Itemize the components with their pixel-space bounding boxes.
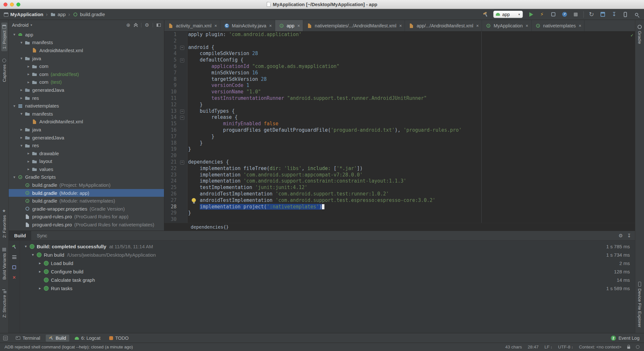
- code-line-18[interactable]: 18 }: [164, 140, 635, 147]
- code-line-8[interactable]: 8 targetSdkVersion 28: [164, 76, 635, 83]
- code-line-19[interactable]: 19}: [164, 146, 635, 153]
- project-tree-item-drawable[interactable]: ▸drawable: [9, 149, 164, 157]
- project-tree-item-build-gradle-module-app[interactable]: build.gradle(Module: app): [9, 189, 164, 197]
- tree-expand-arrow-icon[interactable]: ▸: [25, 159, 32, 164]
- code-line-16[interactable]: 16 proguardFiles getDefaultProguardFile(…: [164, 127, 635, 134]
- code-line-26[interactable]: 26 androidTestImplementation 'com.androi…: [164, 191, 635, 197]
- editor-tab-nativetemplates[interactable]: nativetemplates×: [532, 20, 585, 31]
- code-line-10[interactable]: 10 versionName "1.0": [164, 89, 635, 95]
- build-panel-tab-sync[interactable]: Sync: [31, 231, 53, 240]
- code-line-5[interactable]: 5 defaultConfig {: [164, 57, 635, 63]
- project-tree-item-proguard-rules-pro-proguard-rules-for-nativetemplates[interactable]: proguard-rules.pro(ProGuard Rules for na…: [9, 221, 164, 229]
- tree-expand-arrow-icon[interactable]: ▾: [18, 111, 24, 116]
- project-tree-item-res[interactable]: ▾res: [9, 141, 164, 149]
- project-tree-item-build-gradle-project-myapplication[interactable]: build.gradle(Project: MyApplication): [9, 181, 164, 189]
- tree-expand-arrow-icon[interactable]: ▾: [30, 252, 36, 257]
- code-line-6[interactable]: 6 applicationId "com.google.ads.myapplic…: [164, 63, 635, 70]
- fold-marker-icon[interactable]: [178, 44, 186, 51]
- close-tab-icon[interactable]: ×: [214, 23, 217, 28]
- project-tree-item-manifests[interactable]: ▾manifests: [9, 110, 164, 118]
- status-widget-lf[interactable]: LF↕: [544, 345, 552, 349]
- project-tree-item-proguard-rules-pro-proguard-rules-for-app[interactable]: proguard-rules.pro(ProGuard Rules for ap…: [9, 213, 164, 221]
- tree-expand-arrow-icon[interactable]: ▾: [18, 143, 24, 148]
- tree-expand-arrow-icon[interactable]: ▸: [18, 96, 24, 100]
- project-tree-item-androidmanifest-xml[interactable]: AndroidManifest.xml: [9, 46, 164, 54]
- tree-expand-arrow-icon[interactable]: ▸: [18, 127, 24, 132]
- project-tree-item-build-gradle-module-nativetemplates[interactable]: build.gradle(Module: nativetemplates): [9, 197, 164, 205]
- project-tree-item-androidmanifest-xml[interactable]: AndroidManifest.xml: [9, 118, 164, 126]
- stop-button[interactable]: [572, 11, 579, 18]
- toolwindow-button-6-logcat[interactable]: 6: Logcat: [72, 335, 104, 342]
- code-line-21[interactable]: 21dependencies {: [164, 159, 635, 166]
- project-tree-item-java[interactable]: ▾java: [9, 54, 164, 62]
- close-window-button[interactable]: [4, 3, 7, 6]
- status-widget-context-no-context[interactable]: Context: <no context>: [579, 345, 621, 349]
- toolwindow-switcher-icon[interactable]: [3, 336, 8, 340]
- code-line-25[interactable]: 25 testImplementation 'junit:junit:4.12': [164, 185, 635, 191]
- project-tree-item-gradle-scripts[interactable]: ▾Gradle Scripts: [9, 173, 164, 181]
- editor-tab-myapplication[interactable]: MyApplication×: [482, 20, 531, 31]
- code-line-27[interactable]: 27 androidTestImplementation 'com.androi…: [164, 197, 635, 204]
- tree-expand-arrow-icon[interactable]: ▾: [11, 32, 17, 37]
- tree-expand-arrow-icon[interactable]: ▾: [18, 40, 24, 45]
- editor-tab-nativetemplates-androidmanifest-xml[interactable]: nativetemplates/.../AndroidManifest.xml×: [303, 20, 405, 31]
- tree-expand-arrow-icon[interactable]: ▸: [37, 286, 43, 290]
- code-line-12[interactable]: 12 }: [164, 102, 635, 108]
- tree-expand-arrow-icon[interactable]: ▸: [37, 269, 43, 274]
- sdk-manager-icon[interactable]: ↧: [610, 11, 618, 18]
- project-tree-item-res[interactable]: ▸res: [9, 94, 164, 102]
- tree-expand-arrow-icon[interactable]: ▸: [25, 80, 32, 84]
- project-tree-item-values[interactable]: ▸values: [9, 165, 164, 173]
- project-tree-item-generatedjava[interactable]: ▸generatedJava: [9, 134, 164, 142]
- close-tab-icon[interactable]: ×: [579, 23, 581, 28]
- toolwindow-button-1-project[interactable]: 1: Project: [1, 23, 7, 51]
- run-configuration-select[interactable]: app ▾: [493, 11, 523, 18]
- task-view-icon[interactable]: [11, 264, 17, 270]
- editor-tab-mainactivity-java[interactable]: MainActivity.java×: [220, 20, 275, 31]
- build-settings-gear-icon[interactable]: ⚙: [619, 233, 623, 238]
- editor-tab-app[interactable]: app×: [275, 20, 303, 31]
- locate-file-icon[interactable]: ⊕: [126, 23, 130, 27]
- project-tree-item-com-androidtest[interactable]: ▸com(androidTest): [9, 70, 164, 78]
- rerun-build-icon[interactable]: [11, 244, 17, 250]
- close-tab-icon[interactable]: ×: [297, 23, 300, 28]
- tree-expand-arrow-icon[interactable]: ▾: [18, 56, 24, 61]
- build-tree-item-configure-build[interactable]: ▸Configure build128 ms: [20, 267, 635, 276]
- build-tree-item-load-build[interactable]: ▸Load build2 ms: [20, 259, 635, 267]
- minimize-window-button[interactable]: [10, 3, 14, 6]
- project-tree-item-nativetemplates[interactable]: ▾nativetemplates: [9, 102, 164, 110]
- toolwindow-button-todo[interactable]: TODO: [106, 335, 132, 342]
- tree-expand-arrow-icon[interactable]: ▸: [37, 261, 43, 265]
- tree-expand-arrow-icon[interactable]: ▸: [25, 64, 32, 69]
- tree-expand-arrow-icon[interactable]: ▸: [18, 135, 24, 140]
- code-line-28[interactable]: 28 implementation project(':nativetempla…: [164, 204, 635, 210]
- toolwindow-button-gradle[interactable]: Gradle: [637, 23, 643, 46]
- minimize-panel-icon[interactable]: ↧: [627, 233, 631, 238]
- zoom-window-button[interactable]: [16, 3, 20, 6]
- status-widget-28-47[interactable]: 28:47: [528, 345, 539, 349]
- project-tree-item-app[interactable]: ▾app: [9, 31, 164, 39]
- code-line-24[interactable]: 24 implementation 'com.android.support.c…: [164, 178, 635, 185]
- toolwindow-button-device-file-explorer[interactable]: Device File Explorer: [637, 280, 643, 330]
- code-line-22[interactable]: 22 implementation fileTree(dir: 'libs', …: [164, 166, 635, 172]
- project-tree-item-com[interactable]: ▸com: [9, 62, 164, 70]
- toolwindow-button-build-variants[interactable]: Build Variants: [1, 245, 7, 282]
- hide-panel-icon[interactable]: [157, 24, 161, 27]
- project-tree-item-com-test[interactable]: ▸com(test): [9, 78, 164, 86]
- fold-marker-icon[interactable]: [178, 57, 186, 63]
- editor-tab-activity-main-xml[interactable]: activity_main.xml×: [164, 20, 220, 31]
- run-button[interactable]: [527, 11, 534, 18]
- code-line-3[interactable]: 3android {: [164, 44, 635, 51]
- code-line-4[interactable]: 4 compileSdkVersion 28: [164, 51, 635, 57]
- layout-inspector-icon[interactable]: [599, 11, 606, 18]
- build-tree-item-calculate-task-graph[interactable]: Calculate task graph14 ms: [20, 276, 635, 284]
- code-line-20[interactable]: 20: [164, 153, 635, 159]
- project-tree-item-gradle-wrapper-properties-gradle-version[interactable]: gradle-wrapper.properties(Gradle Version…: [9, 205, 164, 213]
- close-tab-icon[interactable]: ×: [269, 23, 272, 28]
- build-tree-item-run-build[interactable]: ▾Run build/Users/jweisbaum/Desktop/MyApp…: [20, 251, 635, 259]
- code-editor[interactable]: 1apply plugin: 'com.android.application'…: [164, 32, 635, 223]
- code-line-9[interactable]: 9 versionCode 1: [164, 82, 635, 89]
- build-tree-item-run-tasks[interactable]: ▸Run tasks1 s 589 ms: [20, 284, 635, 292]
- toolwindow-button-z-structure[interactable]: Z: Structure: [1, 287, 7, 320]
- code-line-23[interactable]: 23 implementation 'com.android.support:a…: [164, 172, 635, 178]
